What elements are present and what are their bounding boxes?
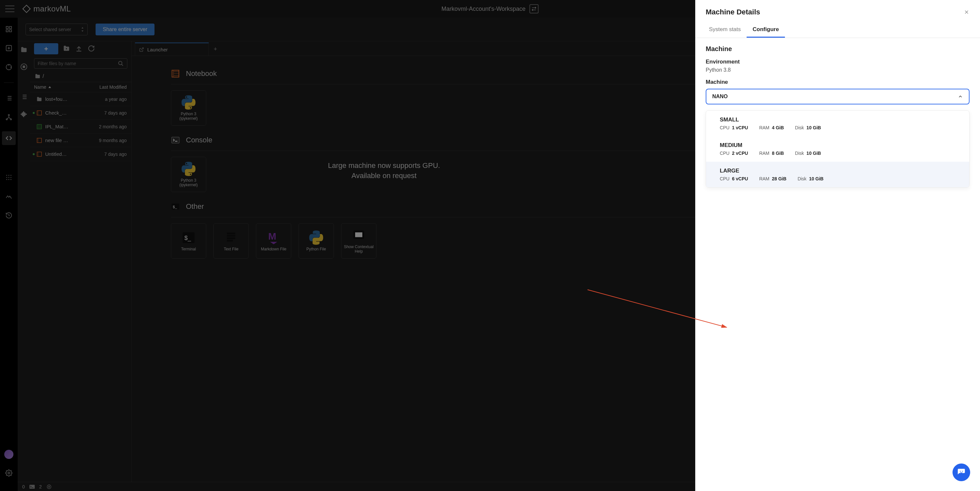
drawer-title: Machine Details xyxy=(706,8,760,16)
option-specs: CPU 1 vCPURAM 4 GiBDisk 10 GiB xyxy=(720,125,955,130)
machine-option-medium[interactable]: MEDIUMCPU 2 vCPURAM 8 GiBDisk 10 GiB xyxy=(706,136,969,162)
close-icon[interactable] xyxy=(964,9,969,15)
svg-point-39 xyxy=(960,471,961,472)
machine-heading: Machine xyxy=(706,45,969,53)
option-name: LARGE xyxy=(720,168,955,174)
machine-option-large[interactable]: LARGECPU 6 vCPURAM 28 GiBDisk 10 GiB xyxy=(706,162,969,187)
tab-configure[interactable]: Configure xyxy=(747,22,784,38)
machine-option-small[interactable]: SMALLCPU 1 vCPURAM 4 GiBDisk 10 GiB xyxy=(706,111,969,136)
environment-label: Environment xyxy=(706,59,969,65)
option-name: MEDIUM xyxy=(720,142,955,149)
machine-details-drawer: Machine Details System stats Configure M… xyxy=(695,0,980,491)
machine-dropdown: SMALLCPU 1 vCPURAM 4 GiBDisk 10 GiBMEDIU… xyxy=(706,110,969,188)
option-specs: CPU 6 vCPURAM 28 GiBDisk 10 GiB xyxy=(720,176,955,181)
chevron-up-icon xyxy=(958,94,963,99)
environment-value: Python 3.8 xyxy=(706,67,969,73)
machine-label: Machine xyxy=(706,79,969,86)
chat-button[interactable] xyxy=(953,464,970,481)
tab-system-stats[interactable]: System stats xyxy=(703,22,747,38)
machine-selected-value: NANO xyxy=(712,94,728,100)
option-name: SMALL xyxy=(720,116,955,123)
machine-select[interactable]: NANO xyxy=(706,89,969,105)
svg-point-40 xyxy=(962,471,963,472)
option-specs: CPU 2 vCPURAM 8 GiBDisk 10 GiB xyxy=(720,151,955,156)
